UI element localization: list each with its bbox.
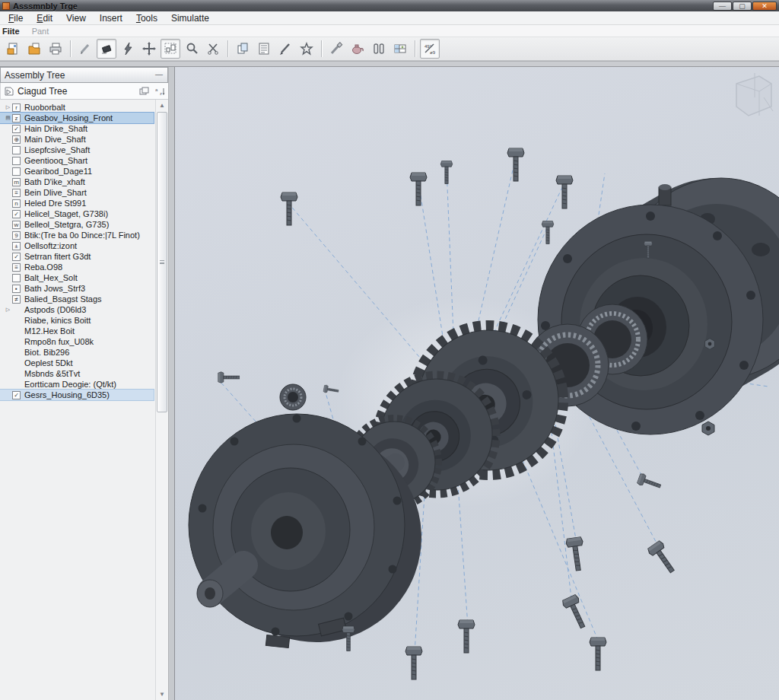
open-folder-icon[interactable] (24, 39, 44, 59)
panel-splitter[interactable] (169, 67, 175, 700)
item-state-icon[interactable]: n (12, 199, 21, 208)
tree-row[interactable]: ≠Balied_Bsagst Stags (0, 294, 154, 304)
tree-row[interactable]: nHeled Dre St991 (0, 198, 154, 208)
item-state-icon[interactable]: ▪ (12, 285, 21, 293)
tree-root-label[interactable]: Ciagud Tree (17, 86, 67, 97)
tree-row[interactable]: Riabe, kinics Boitt (0, 315, 154, 326)
print-icon[interactable] (46, 39, 65, 59)
tree-row[interactable]: M12.Hex Boit (0, 326, 154, 336)
view-cube-watermark (736, 73, 773, 116)
tree-row[interactable]: Oeplest 5Dkt (0, 358, 154, 368)
pen-icon[interactable] (275, 39, 295, 59)
item-state-icon[interactable]: w (12, 221, 21, 229)
item-state-icon[interactable]: ≡ (12, 189, 21, 197)
tree-row[interactable]: Msbnds &5tTvt (0, 368, 154, 379)
cut-icon[interactable] (203, 39, 223, 59)
copy-icon[interactable] (233, 39, 253, 59)
tree-row-selected[interactable]: ▤zGeasbov_Hosing_Front (0, 113, 154, 123)
tree-row[interactable]: ▪Bath Jows_Strf3 (0, 283, 154, 294)
move-icon[interactable] (139, 39, 159, 59)
pencil-icon[interactable] (75, 39, 95, 59)
item-state-icon[interactable]: ≡ (12, 263, 21, 272)
tree-row[interactable]: ≡Reba.O98 (0, 262, 154, 272)
tree-row[interactable]: ▷Astpods (D06ld3 (0, 304, 154, 315)
expander-icon[interactable]: ▷ (4, 104, 12, 110)
tree-row[interactable]: ✓Hain Drike_Shaft (0, 123, 154, 134)
tree-scrollbar[interactable]: ▲ ▼ (155, 100, 168, 700)
cascade-windows-icon[interactable] (139, 87, 149, 96)
item-state-icon[interactable]: ✓ (12, 253, 21, 261)
item-state-icon[interactable] (12, 146, 21, 154)
expander-icon[interactable]: ▤ (4, 115, 12, 121)
menu-bar: File Edit View Insert Tools Simulatte (0, 11, 779, 25)
item-state-icon[interactable]: r (12, 103, 21, 112)
image-table-icon[interactable] (390, 39, 410, 59)
item-state-icon[interactable]: z (12, 114, 21, 123)
tree-row[interactable]: ✓Setrran fitert G3dt (0, 251, 154, 262)
tree-row-selected[interactable]: ✓Gesrs_Housing_6D35) (0, 390, 154, 400)
menu-view[interactable]: View (59, 12, 93, 24)
dimension-icon[interactable]: 49°ø9 (420, 39, 440, 59)
minimize-button[interactable]: — (713, 2, 732, 11)
new-document-icon[interactable] (3, 39, 23, 59)
close-button[interactable]: ✕ (752, 2, 777, 11)
submenu-print[interactable]: Pant (26, 27, 56, 36)
annotate-pen-icon[interactable] (326, 39, 346, 59)
menu-insert[interactable]: Insert (93, 12, 129, 24)
tree-row[interactable]: Balt_Hex_Solt (0, 272, 154, 283)
item-state-icon[interactable]: ± (12, 242, 21, 250)
tree-row[interactable]: Geentiooq_Shart (0, 155, 154, 166)
title-bar: Asssmnbly Trge — ▢ ✕ (0, 0, 779, 11)
retaining-ring-part[interactable] (280, 384, 306, 410)
tree-row[interactable]: Rmpo8n fux_U08k (0, 336, 154, 347)
menu-tools[interactable]: Tools (129, 12, 164, 24)
window-title: Asssmnbly Trge (13, 2, 78, 11)
item-state-icon[interactable]: 9 (12, 231, 21, 240)
tree-row[interactable]: ✓Helicel_Staget, G738i) (0, 208, 154, 219)
tree-row[interactable]: ⊕Main Dive_Shaft (0, 134, 154, 145)
tree-row[interactable]: Biot. Bib296 (0, 347, 154, 358)
item-state-icon[interactable]: ✓ (12, 210, 21, 218)
item-state-icon[interactable]: ✓ (12, 125, 21, 133)
star-icon[interactable] (297, 39, 316, 59)
menu-simulate[interactable]: Simulatte (164, 12, 216, 24)
tree-row[interactable]: Lisepfcsive_Shaft (0, 145, 154, 155)
scroll-up-icon[interactable]: ▲ (156, 100, 168, 111)
menu-edit[interactable]: Edit (30, 12, 59, 24)
eraser-icon[interactable] (97, 39, 116, 59)
menu-file[interactable]: File (2, 12, 30, 24)
item-state-icon[interactable] (12, 274, 21, 282)
tree-row[interactable]: Gearibod_Dage11 (0, 166, 154, 177)
viewport-3d[interactable] (175, 67, 779, 700)
tree-row[interactable]: wBelleol_Stetgra, G735) (0, 219, 154, 230)
tree-row[interactable]: Eortticam Deogie: (Qt/kt) (0, 379, 154, 390)
maximize-button[interactable]: ▢ (733, 2, 752, 11)
document-list-icon[interactable] (254, 39, 274, 59)
item-state-icon[interactable] (12, 157, 21, 165)
expander-icon[interactable]: ▷ (4, 307, 12, 313)
tree-row[interactable]: ≡Bein Dlive_Shart (0, 187, 154, 198)
svg-text:49°: 49° (424, 44, 432, 49)
item-state-icon[interactable]: ⊕ (12, 135, 21, 144)
scrollbar-thumb[interactable] (157, 112, 167, 412)
columns-icon[interactable] (369, 39, 389, 59)
lightning-icon[interactable] (118, 39, 138, 59)
tree-row[interactable]: ▷rRuoborbalt (0, 102, 154, 113)
submenu-file[interactable]: Fiite (0, 27, 26, 36)
item-state-icon[interactable]: ≠ (12, 295, 21, 304)
item-state-icon[interactable] (12, 167, 21, 176)
toolbar-separator (227, 40, 228, 57)
tree-root-icon (4, 86, 14, 97)
layout-grid-icon[interactable] (161, 39, 180, 59)
sort-icon[interactable]: az (155, 87, 165, 96)
tree-row[interactable]: ±Oellsoftz:izont (0, 240, 154, 251)
scroll-down-icon[interactable]: ▼ (156, 689, 168, 700)
front-housing-part[interactable] (189, 414, 405, 648)
render-object-icon[interactable] (348, 39, 367, 59)
collapse-panel-icon[interactable]: — (154, 72, 164, 78)
tree-row[interactable]: mBath D'ike_xhaft (0, 177, 154, 187)
item-state-icon[interactable]: ✓ (12, 391, 21, 399)
item-state-icon[interactable]: m (12, 178, 21, 186)
tree-row[interactable]: 9Btik:(Tre ba 0o Dince:|7L Finot) (0, 230, 154, 240)
zoom-icon[interactable] (182, 39, 202, 59)
